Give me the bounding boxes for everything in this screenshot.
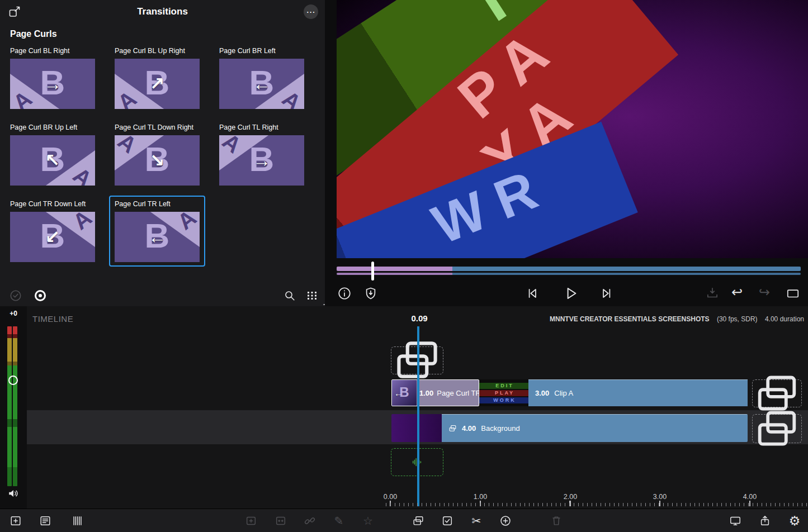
play-button[interactable] [562,285,579,302]
pencil-glyph: ✎ [333,515,345,527]
clip-a-duration: 3.00 [535,389,549,397]
transition-item-label: Page Curl TL Down Right [115,124,200,131]
info-icon[interactable] [337,286,352,301]
star-glyph: ☆ [362,515,374,527]
thumb-letter-alt: A [10,86,37,109]
direction-arrow-icon: ↘ [150,150,165,171]
clip-a-thumb-line: PLAY [479,390,528,396]
ruler-label: 4.00 [743,493,757,501]
transition-clip[interactable]: B ← 1.00 Page Curl TR Le [391,379,479,406]
fullscreen-icon[interactable] [786,286,800,301]
transition-item[interactable]: Page Curl TR Down Left B A ↙ [10,200,95,262]
gain-knob[interactable] [8,376,18,385]
thumb-letter-alt: A [115,86,141,109]
edit-pencil-icon[interactable]: ✎ [333,515,345,527]
source-media-icon[interactable] [412,515,424,527]
project-format: (30 fps, SDR) [717,315,758,323]
transition-item[interactable]: Page Curl BR Up Left B A ↖ [10,124,95,186]
favorite-star-icon[interactable]: ☆ [362,515,374,527]
clip-a-name: Clip A [554,389,573,397]
transition-duration: 1.00 [419,389,433,397]
transition-item-thumbnail: B A ↙ [10,212,95,262]
section-title: Page Curls [0,23,325,47]
transition-item[interactable]: Page Curl BL Right B A → [10,47,95,109]
undo-icon[interactable]: ↩ [731,286,745,301]
transition-item-thumbnail: B A ↗ [115,59,200,109]
undo-glyph: ↩ [731,286,743,298]
transition-item-thumbnail: B A ← [115,212,200,262]
background-duration: 4.00 [462,424,476,433]
transition-name: Page Curl TR Le [437,389,479,397]
video-viewport: TIO PA YA WR [337,0,808,258]
delete-trash-icon[interactable] [550,515,563,527]
transitions-grid: Page Curl BL Right B A → Page Curl BL Up… [0,47,325,262]
skip-next-icon[interactable] [599,286,614,301]
split-clip-scissors-icon[interactable]: ✂ [470,515,483,527]
audio-meter-strip: +0 [0,306,27,509]
direction-arrow-icon: ← [253,74,271,94]
back-to-library-icon[interactable] [8,5,21,18]
background-name: Background [481,424,519,433]
scrub-playhead[interactable] [371,262,374,281]
share-export-icon[interactable] [759,515,771,527]
background-clip-thumbnail [391,414,442,442]
insert-clip-icon[interactable] [245,515,257,527]
bottom-toolbar: ✎ ☆ ✂ ⚙ [0,509,808,532]
link-clips-icon[interactable] [304,515,316,527]
append-clip-slot-track1[interactable] [752,379,802,407]
redo-icon[interactable]: ↪ [758,286,773,301]
transition-item-label: Page Curl TR Down Left [10,200,95,208]
preview-scrubber[interactable] [337,262,801,281]
more-options-button[interactable]: ⋯ [304,4,318,19]
transition-item[interactable]: Page Curl BL Up Right B A ↗ [115,47,200,109]
ruler-label: 2.00 [564,493,577,501]
clip-a[interactable]: 3.00 Clip A [528,379,748,406]
transition-item[interactable]: Page Curl TL Down Right B A ↘ [115,124,200,186]
transition-item-label: Page Curl BL Right [10,47,95,55]
background-clip[interactable]: 4.00 Background [442,414,748,442]
skip-previous-icon[interactable] [525,286,540,301]
ruler-label: 0.00 [384,493,397,501]
timeline-ruler-minor-ticks [386,503,808,506]
search-icon[interactable] [283,289,296,302]
scissors-glyph: ✂ [470,515,483,527]
confirm-selection-icon[interactable] [9,289,22,302]
export-frame-icon[interactable] [705,286,720,301]
current-time-label: 0.09 [411,314,427,323]
redo-glyph: ↪ [758,286,771,298]
multi-select-icon[interactable] [441,515,453,527]
overwrite-clip-icon[interactable] [275,515,287,527]
timeline-label: TIMELINE [32,314,73,324]
transition-clip-thumbnail: B ← [392,380,417,406]
transition-item-label: Page Curl TR Left [115,200,200,208]
append-clip-slot-track2[interactable] [752,414,802,443]
ruler-label: 3.00 [653,493,667,501]
thumbnail-grid-icon[interactable] [305,289,319,302]
direction-arrow-icon: ← [394,388,403,398]
poster-frame-shield-icon[interactable] [363,286,378,301]
transition-item[interactable]: Page Curl BR Left B A ← [219,47,304,109]
audio-mixer-icon[interactable] [72,515,84,527]
clip-a-thumb-line: EDIT [479,383,528,389]
preview-record-icon[interactable] [34,289,47,302]
timeline-playhead[interactable] [417,326,419,506]
thumb-letter-alt: A [68,163,95,186]
transition-item-label: Page Curl BR Up Left [10,124,95,131]
transition-item-selected[interactable]: Page Curl TR Left B A ← [115,200,200,262]
scrub-track-bottom [337,273,801,275]
add-to-timeline-icon[interactable] [10,515,22,527]
film-icon [448,424,457,433]
add-plus-icon[interactable] [499,515,512,527]
clip-details-icon[interactable] [39,515,51,527]
settings-gear-icon[interactable]: ⚙ [788,515,801,527]
speaker-icon[interactable] [7,487,20,500]
external-display-icon[interactable] [729,515,741,527]
transition-item-thumbnail: B A ↘ [115,135,200,186]
transition-clip-label: 1.00 Page Curl TR Le [417,380,479,406]
transition-item[interactable]: Page Curl TL Right B A → [219,124,304,186]
transition-item-label: Page Curl BR Left [219,47,304,55]
direction-arrow-icon: ↗ [150,73,165,94]
transitions-panel: Transitions ⋯ Page Curls Page Curl BL Ri… [0,0,325,306]
project-title: MNNTVE CREATOR ESSENTIALS SCREENSHOTS [550,315,710,323]
transition-item-thumbnail: B A ↖ [10,135,95,186]
